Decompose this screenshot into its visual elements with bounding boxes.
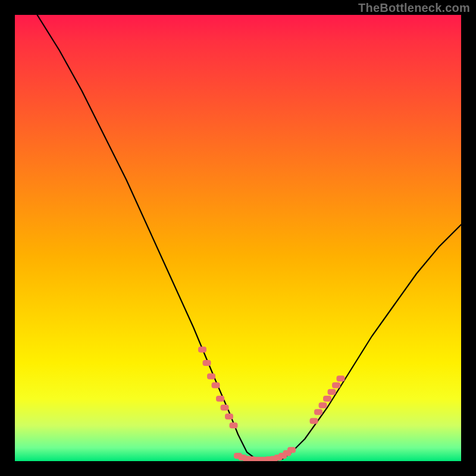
marker-dot: [216, 396, 224, 402]
marker-dot: [230, 422, 238, 428]
marker-dot: [203, 360, 211, 366]
marker-dot: [337, 375, 345, 381]
marker-dot: [314, 409, 322, 415]
marker-dot: [332, 383, 340, 389]
marker-dot: [207, 374, 215, 380]
marker-dot: [287, 447, 296, 453]
curve-layer: [15, 15, 461, 461]
marker-dots: [198, 347, 345, 462]
marker-dot: [198, 347, 206, 353]
marker-dot: [328, 389, 336, 395]
marker-dot: [323, 396, 331, 402]
bottleneck-curve: [37, 15, 462, 461]
plot-area: [15, 15, 461, 461]
marker-dot: [319, 402, 327, 408]
chart-frame: TheBottleneck.com: [0, 0, 476, 476]
watermark-text: TheBottleneck.com: [358, 1, 470, 15]
marker-dot: [221, 405, 229, 411]
marker-dot: [310, 418, 318, 424]
marker-dot: [225, 414, 233, 419]
marker-dot: [212, 383, 220, 389]
